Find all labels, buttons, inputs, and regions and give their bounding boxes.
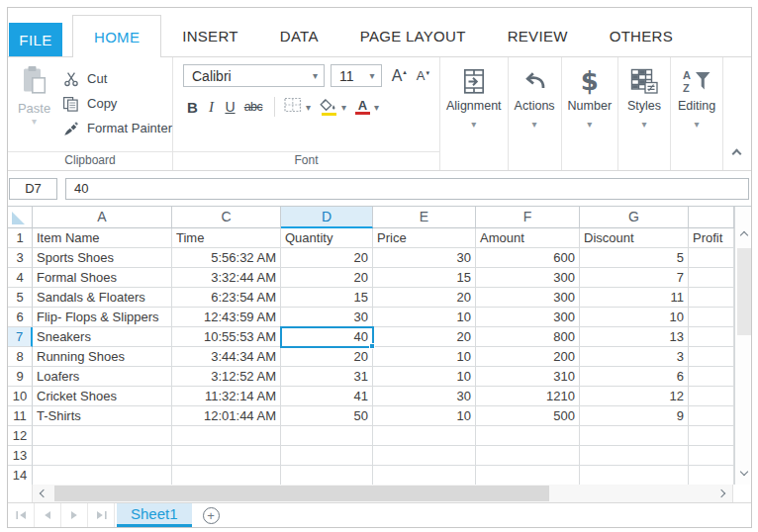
cell[interactable]: 20 [281,248,373,268]
cell[interactable]: 800 [476,327,580,347]
cell[interactable]: Running Shoes [33,347,172,367]
cell[interactable]: 10 [373,347,476,367]
cell[interactable]: Time [172,228,281,248]
copy-button[interactable]: Copy [62,91,172,116]
name-box[interactable]: D7 [9,178,57,200]
column-header-e[interactable]: E [373,207,476,228]
cell[interactable]: 20 [373,288,476,308]
ribbon-group-actions[interactable]: Actions▾ [509,57,562,170]
cell[interactable]: 300 [476,268,580,288]
first-sheet-button[interactable] [8,503,35,527]
ribbon-group-number[interactable]: $Number▾ [562,57,618,170]
cell[interactable] [281,466,373,485]
format-painter-button[interactable]: Format Painter [62,116,172,140]
cell[interactable] [689,268,734,288]
row-header[interactable]: 9 [8,367,33,387]
column-header[interactable] [689,207,734,228]
cell[interactable]: 20 [281,268,373,288]
row-header[interactable]: 11 [8,406,33,426]
cell[interactable]: 11:32:14 AM [172,387,281,406]
cell[interactable] [580,426,689,446]
row-header[interactable]: 3 [8,248,33,268]
row-header[interactable]: 12 [8,426,33,446]
column-header-g[interactable]: G [580,207,689,228]
cell[interactable] [689,466,734,485]
cell[interactable] [373,426,476,446]
tab-review[interactable]: REVIEW [487,15,589,56]
chevron-down-icon[interactable]: ▾ [306,102,311,113]
cell[interactable]: 200 [476,347,580,367]
cell[interactable] [476,426,580,446]
cell[interactable]: Price [373,228,476,248]
cell[interactable]: 5 [580,248,689,268]
row-header[interactable]: 13 [8,446,33,466]
cell[interactable] [689,426,734,446]
cell[interactable] [33,446,172,466]
cell[interactable] [689,446,734,466]
cell[interactable] [373,446,476,466]
cell[interactable]: 300 [476,308,580,327]
font-size-combobox[interactable]: 11 ▾ [331,64,382,87]
cell[interactable]: 3:12:52 AM [172,367,281,387]
row-header[interactable]: 14 [8,466,33,485]
decrease-font-button[interactable]: A▾ [417,69,429,83]
add-sheet-button[interactable]: + [203,507,220,524]
chevron-down-icon[interactable]: ▾ [532,119,537,130]
column-header-f[interactable]: F [476,207,580,228]
column-header-c[interactable]: C [172,207,281,228]
cell[interactable]: 300 [476,288,580,308]
cell[interactable] [689,248,734,268]
cell[interactable] [689,387,734,406]
chevron-down-icon[interactable]: ▾ [587,119,592,130]
cell[interactable]: Quantity [281,228,373,248]
row-header[interactable]: 4 [8,268,33,288]
cell[interactable] [373,466,476,485]
cell[interactable]: 12 [580,387,689,406]
tab-file[interactable]: FILE [9,23,62,56]
select-all-button[interactable] [8,207,33,228]
cell[interactable]: 41 [281,387,373,406]
row-header[interactable]: 7 [8,327,33,347]
cell[interactable]: 15 [373,268,476,288]
increase-font-button[interactable]: A▴ [392,68,407,83]
cell[interactable]: Amount [476,228,580,248]
tab-insert[interactable]: INSERT [161,15,259,56]
chevron-down-icon[interactable]: ▾ [374,102,379,113]
cell[interactable]: Discount [580,228,689,248]
cell[interactable]: 600 [476,248,580,268]
row-header[interactable]: 8 [8,347,33,367]
cell[interactable] [689,288,734,308]
ribbon-group-styles[interactable]: Styles▾ [618,57,671,170]
vertical-scroll-thumb[interactable] [737,248,751,335]
cell[interactable] [689,406,734,426]
cell[interactable]: Loafers [33,367,172,387]
vertical-scrollbar[interactable] [734,207,751,485]
cell[interactable]: T-Shirts [33,406,172,426]
cell[interactable]: 11 [580,288,689,308]
bold-button[interactable]: B [183,99,202,116]
cell[interactable]: 10 [373,406,476,426]
scroll-down-button[interactable] [735,469,751,475]
cell[interactable]: Formal Shoes [33,268,172,288]
cell[interactable]: 10 [580,308,689,327]
cell[interactable]: 30 [281,308,373,327]
ribbon-group-editing[interactable]: AZEditing▾ [671,57,723,170]
ribbon-group-alignment[interactable]: Alignment▾ [440,57,509,170]
cell[interactable]: Item Name [33,228,172,248]
cell[interactable] [689,327,734,347]
cell[interactable]: Profit [689,228,734,248]
cell[interactable]: Sandals & Floaters [33,288,172,308]
formula-input[interactable]: 40 [65,178,749,200]
cell[interactable]: 3:44:34 AM [172,347,281,367]
cell[interactable]: 20 [281,347,373,367]
row-header[interactable]: 6 [8,308,33,327]
horizontal-scrollbar[interactable] [8,485,751,502]
cell[interactable] [172,466,281,485]
chevron-down-icon[interactable]: ▾ [471,119,476,130]
paste-button[interactable]: Paste ▾ [15,65,53,140]
cell[interactable]: 310 [476,367,580,387]
cell[interactable]: 12:01:44 AM [172,406,281,426]
cell[interactable] [580,446,689,466]
cell[interactable] [476,446,580,466]
underline-button[interactable]: U [221,99,239,115]
